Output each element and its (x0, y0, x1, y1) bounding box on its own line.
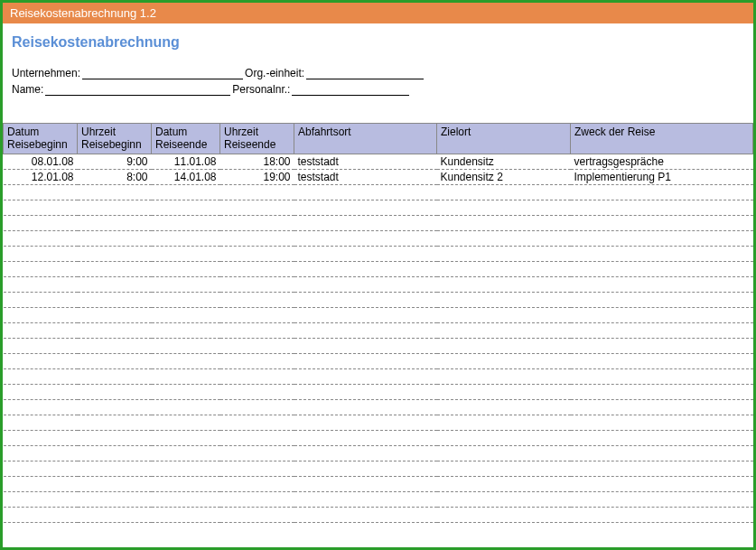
cell-empty[interactable] (78, 322, 152, 338)
cell-empty[interactable] (437, 230, 571, 246)
cell-purpose[interactable]: vertragsgespräche (571, 154, 753, 169)
cell-empty[interactable] (78, 276, 152, 292)
cell-empty[interactable] (571, 491, 753, 507)
cell-empty[interactable] (437, 368, 571, 384)
cell-purpose[interactable]: Implementierung P1 (571, 169, 753, 184)
cell-empty[interactable] (294, 445, 437, 461)
table-row-empty[interactable] (4, 307, 753, 322)
cell-empty[interactable] (220, 353, 294, 368)
cell-empty[interactable] (152, 338, 220, 353)
cell-empty[interactable] (294, 353, 437, 368)
cell-empty[interactable] (437, 215, 571, 230)
cell-empty[interactable] (152, 246, 220, 261)
cell-empty[interactable] (78, 415, 152, 430)
table-row-empty[interactable] (4, 353, 753, 368)
cell-empty[interactable] (294, 415, 437, 430)
cell-empty[interactable] (220, 184, 294, 200)
cell-empty[interactable] (78, 399, 152, 415)
cell-empty[interactable] (152, 445, 220, 461)
cell-empty[interactable] (78, 215, 152, 230)
cell-empty[interactable] (4, 507, 78, 522)
cell-empty[interactable] (4, 200, 78, 215)
cell-empty[interactable] (294, 507, 437, 522)
cell-empty[interactable] (571, 476, 753, 491)
cell-time_end[interactable]: 18:00 (220, 154, 294, 169)
cell-empty[interactable] (4, 184, 78, 200)
cell-date_end[interactable]: 11.01.08 (152, 154, 220, 169)
cell-empty[interactable] (4, 292, 78, 307)
cell-empty[interactable] (437, 276, 571, 292)
cell-empty[interactable] (78, 368, 152, 384)
cell-empty[interactable] (220, 246, 294, 261)
cell-empty[interactable] (4, 368, 78, 384)
cell-empty[interactable] (437, 415, 571, 430)
cell-time_start[interactable]: 9:00 (78, 154, 152, 169)
table-row-empty[interactable] (4, 491, 753, 507)
cell-empty[interactable] (294, 338, 437, 353)
cell-empty[interactable] (437, 200, 571, 215)
cell-empty[interactable] (4, 307, 78, 322)
personnel-field[interactable] (292, 83, 409, 96)
cell-empty[interactable] (220, 461, 294, 476)
cell-empty[interactable] (571, 338, 753, 353)
cell-empty[interactable] (571, 246, 753, 261)
cell-empty[interactable] (220, 292, 294, 307)
cell-empty[interactable] (78, 184, 152, 200)
table-row-empty[interactable] (4, 507, 753, 522)
cell-empty[interactable] (437, 399, 571, 415)
cell-empty[interactable] (220, 230, 294, 246)
cell-destination[interactable]: Kundensitz (437, 154, 571, 169)
cell-empty[interactable] (571, 230, 753, 246)
cell-empty[interactable] (294, 307, 437, 322)
table-row[interactable]: 12.01.088:0014.01.0819:00teststadtKunden… (4, 169, 753, 184)
table-row-empty[interactable] (4, 430, 753, 445)
cell-empty[interactable] (152, 292, 220, 307)
cell-empty[interactable] (294, 230, 437, 246)
cell-empty[interactable] (294, 322, 437, 338)
cell-empty[interactable] (220, 368, 294, 384)
cell-empty[interactable] (437, 261, 571, 276)
cell-empty[interactable] (294, 261, 437, 276)
cell-empty[interactable] (294, 184, 437, 200)
cell-empty[interactable] (220, 384, 294, 399)
cell-empty[interactable] (4, 246, 78, 261)
cell-empty[interactable] (294, 476, 437, 491)
cell-empty[interactable] (437, 507, 571, 522)
cell-empty[interactable] (571, 415, 753, 430)
cell-empty[interactable] (220, 445, 294, 461)
table-row-empty[interactable] (4, 338, 753, 353)
cell-empty[interactable] (4, 461, 78, 476)
cell-empty[interactable] (294, 292, 437, 307)
cell-empty[interactable] (437, 338, 571, 353)
cell-empty[interactable] (152, 215, 220, 230)
cell-empty[interactable] (4, 276, 78, 292)
cell-empty[interactable] (4, 384, 78, 399)
cell-time_end[interactable]: 19:00 (220, 169, 294, 184)
cell-empty[interactable] (152, 368, 220, 384)
cell-empty[interactable] (571, 261, 753, 276)
cell-empty[interactable] (571, 322, 753, 338)
cell-empty[interactable] (78, 246, 152, 261)
cell-departure[interactable]: teststadt (294, 169, 437, 184)
cell-empty[interactable] (220, 215, 294, 230)
cell-empty[interactable] (437, 322, 571, 338)
cell-empty[interactable] (437, 445, 571, 461)
cell-empty[interactable] (78, 491, 152, 507)
cell-empty[interactable] (4, 430, 78, 445)
cell-empty[interactable] (571, 353, 753, 368)
cell-empty[interactable] (4, 399, 78, 415)
cell-empty[interactable] (4, 261, 78, 276)
cell-time_start[interactable]: 8:00 (78, 169, 152, 184)
cell-empty[interactable] (4, 215, 78, 230)
cell-empty[interactable] (437, 292, 571, 307)
cell-empty[interactable] (437, 430, 571, 445)
cell-empty[interactable] (220, 322, 294, 338)
table-row-empty[interactable] (4, 200, 753, 215)
cell-empty[interactable] (437, 353, 571, 368)
cell-empty[interactable] (152, 276, 220, 292)
cell-empty[interactable] (571, 184, 753, 200)
cell-empty[interactable] (220, 507, 294, 522)
cell-empty[interactable] (437, 461, 571, 476)
cell-empty[interactable] (78, 261, 152, 276)
cell-empty[interactable] (294, 246, 437, 261)
